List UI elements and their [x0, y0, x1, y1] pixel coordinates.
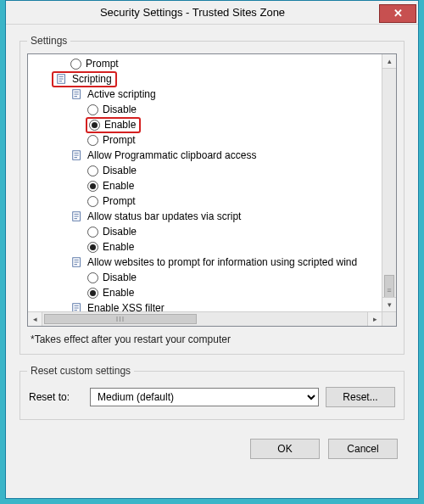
option-label: Disable [103, 165, 137, 176]
radio-icon [87, 272, 98, 283]
radio-icon [89, 120, 100, 131]
highlight-enable: Enable [86, 117, 141, 133]
radio-icon [87, 242, 98, 253]
option-label: Disable [103, 272, 137, 283]
item-xss[interactable]: Enable XSS filter [30, 300, 382, 311]
radio-icon [70, 59, 81, 70]
scroll-icon [70, 210, 84, 223]
scroll-icon [55, 72, 69, 86]
scroll-right-icon[interactable]: ▸ [367, 312, 382, 326]
option-label: Disable [103, 226, 137, 238]
radio-icon [87, 288, 98, 299]
scroll-left-icon[interactable]: ◂ [28, 312, 42, 326]
reset-to-label: Reset to: [29, 391, 83, 403]
highlight-scripting: Scripting [52, 71, 117, 87]
item-active-scripting[interactable]: Active scripting [30, 87, 382, 102]
radio-asbu-enable[interactable]: Enable [30, 239, 382, 255]
radio-icon [87, 165, 98, 176]
radio-as-prompt[interactable]: Prompt [30, 132, 382, 148]
titlebar[interactable]: Security Settings - Trusted Sites Zone ✕ [6, 1, 418, 25]
option-label: Prompt [86, 58, 119, 70]
radio-prompt-top[interactable]: Prompt [30, 56, 382, 71]
radio-icon [87, 104, 98, 115]
cancel-button[interactable]: Cancel [328, 439, 398, 459]
item-apca[interactable]: Allow Programmatic clipboard access [30, 148, 382, 163]
radio-apca-disable[interactable]: Disable [30, 163, 382, 178]
category-scripting[interactable]: Scripting [30, 71, 382, 87]
close-button[interactable]: ✕ [379, 4, 416, 23]
option-label: Prompt [103, 134, 136, 146]
radio-apca-enable[interactable]: Enable [30, 178, 382, 193]
radio-icon [87, 181, 98, 192]
scroll-down-icon[interactable]: ▾ [382, 297, 396, 311]
option-label: Enable [103, 241, 134, 253]
option-label: Enable [104, 119, 136, 131]
reset-button[interactable]: Reset... [326, 387, 395, 407]
radio-asbu-disable[interactable]: Disable [30, 224, 382, 239]
option-label: Prompt [103, 195, 136, 207]
radio-awp-disable[interactable]: Disable [30, 270, 382, 285]
radio-apca-prompt[interactable]: Prompt [30, 193, 382, 209]
reset-group: Reset custom settings Reset to: Medium (… [20, 365, 404, 420]
scroll-icon [70, 255, 84, 269]
restart-note: *Takes effect after you restart your com… [31, 333, 397, 345]
item-awp[interactable]: Allow websites to prompt for information… [30, 255, 382, 270]
reset-legend: Reset custom settings [27, 365, 134, 377]
radio-icon [87, 227, 98, 238]
reset-to-select[interactable]: Medium (default) [90, 388, 319, 406]
item-label: Allow status bar updates via script [87, 210, 241, 222]
item-label: Enable XSS filter [87, 302, 165, 311]
item-asbu[interactable]: Allow status bar updates via script [30, 209, 382, 224]
radio-as-enable[interactable]: Enable [30, 117, 382, 132]
option-label: Enable [103, 287, 134, 299]
item-label: Active scripting [87, 88, 156, 100]
scroll-up-icon[interactable]: ▴ [382, 54, 396, 69]
window-title: Security Settings - Trusted Sites Zone [6, 6, 379, 19]
settings-tree: Prompt Scripting [27, 53, 397, 327]
scroll-icon [70, 301, 84, 311]
horizontal-scrollbar[interactable]: ◂ III ▸ [28, 311, 382, 326]
scroll-icon [70, 87, 84, 101]
option-label: Enable [103, 180, 134, 192]
close-icon: ✕ [393, 7, 403, 20]
scroll-icon [70, 148, 84, 162]
option-label: Disable [103, 104, 137, 115]
settings-legend: Settings [27, 35, 70, 47]
hscroll-track[interactable]: III [42, 312, 367, 326]
radio-icon [87, 196, 98, 207]
ok-button[interactable]: OK [250, 439, 320, 459]
dialog-footer: OK Cancel [20, 430, 404, 459]
vertical-scrollbar[interactable]: ▴ ≡ ▾ [382, 54, 396, 311]
tree-viewport[interactable]: Prompt Scripting [28, 54, 382, 311]
item-label: Allow websites to prompt for information… [87, 256, 357, 268]
category-label: Scripting [72, 73, 112, 85]
radio-icon [87, 135, 98, 146]
dialog-content: Settings Prompt Scripting [6, 25, 418, 469]
radio-awp-enable[interactable]: Enable [30, 285, 382, 300]
radio-as-disable[interactable]: Disable [30, 102, 382, 117]
scroll-corner [382, 311, 396, 326]
dialog-window: Security Settings - Trusted Sites Zone ✕… [5, 0, 419, 499]
settings-group: Settings Prompt Scripting [20, 35, 404, 355]
item-label: Allow Programmatic clipboard access [87, 149, 256, 161]
scroll-thumb[interactable]: III [44, 314, 197, 324]
